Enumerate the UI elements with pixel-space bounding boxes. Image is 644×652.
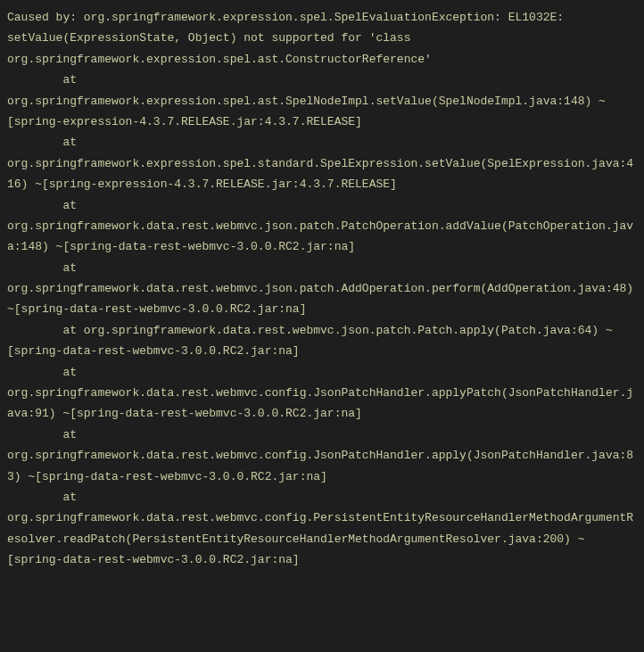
stack-trace-output: Caused by: org.springframework.expressio… xyxy=(7,7,637,571)
